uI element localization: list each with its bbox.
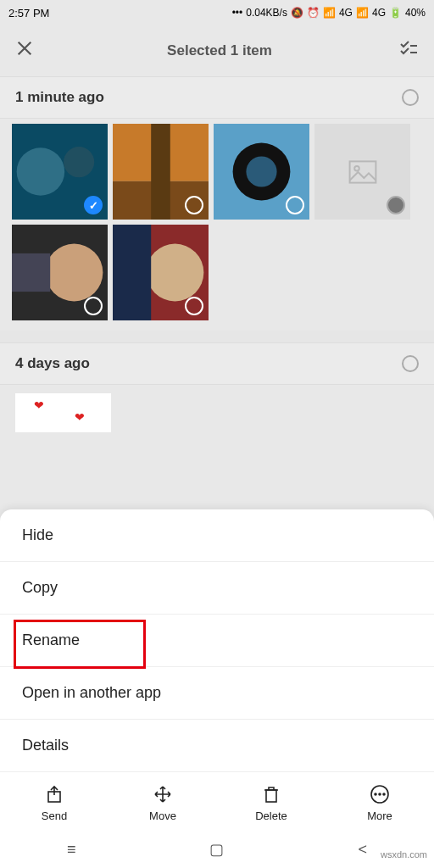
more-button[interactable]: More [350, 784, 409, 822]
more-icon [370, 784, 390, 804]
back-icon[interactable]: < [358, 841, 367, 859]
send-label: Send [42, 810, 67, 822]
menu-hide[interactable]: Hide [0, 509, 434, 562]
thumbnail-1[interactable] [12, 124, 108, 220]
signal-icon-2: 📶 [356, 7, 369, 19]
select-circle[interactable] [387, 196, 405, 214]
delete-button[interactable]: Delete [242, 784, 301, 822]
menu-details[interactable]: Details [0, 720, 434, 772]
more-label: More [367, 810, 392, 822]
thumbnail-7[interactable]: ❤ ❤ [15, 393, 111, 432]
delete-label: Delete [255, 810, 287, 822]
select-all-icon[interactable] [398, 39, 419, 63]
thumbnail-placeholder[interactable] [314, 124, 410, 220]
recent-apps-icon[interactable]: ≡ [67, 841, 76, 859]
action-sheet: Hide Copy Rename Open in another app Det… [0, 509, 434, 868]
battery-percent: 40% [405, 7, 426, 19]
select-circle[interactable] [84, 297, 103, 315]
selected-check-icon [84, 196, 103, 214]
move-button[interactable]: Move [133, 784, 192, 822]
move-label: Move [149, 810, 176, 822]
heart-icon: ❤ [34, 398, 44, 412]
close-icon[interactable] [15, 39, 41, 63]
status-right: ••• 0.04KB/s 🔕 ⏰ 📶 4G 📶 4G 🔋 40% [232, 7, 426, 19]
heart-icon: ❤ [75, 410, 85, 424]
svg-point-14 [46, 244, 103, 302]
ellipsis-icon: ••• [232, 7, 243, 19]
svg-rect-15 [12, 253, 50, 292]
menu-copy[interactable]: Copy [0, 562, 434, 615]
menu-open-in-app[interactable]: Open in another app [0, 667, 434, 720]
mute-icon: 🔕 [291, 7, 303, 19]
svg-rect-11 [349, 161, 376, 182]
section-header-1[interactable]: 1 minute ago [0, 76, 434, 119]
select-circle[interactable] [185, 297, 203, 315]
svg-point-17 [147, 244, 204, 302]
section-header-2[interactable]: 4 days ago [0, 342, 434, 385]
home-icon[interactable]: ▢ [209, 840, 224, 859]
section-title: 4 days ago [15, 355, 402, 372]
svg-point-24 [383, 793, 385, 795]
svg-point-3 [17, 147, 65, 196]
svg-rect-18 [113, 225, 151, 320]
bottom-action-bar: Send Move Delete More [0, 772, 434, 831]
svg-point-12 [354, 166, 359, 171]
section-gap [0, 331, 434, 342]
battery-icon: 🔋 [389, 7, 402, 19]
svg-point-4 [64, 147, 94, 177]
section-select-circle[interactable] [402, 89, 419, 106]
signal-icon-1: 📶 [323, 7, 336, 19]
status-time: 2:57 PM [8, 7, 232, 19]
svg-rect-20 [266, 790, 276, 802]
thumbnail-2[interactable] [113, 124, 209, 220]
status-bar: 2:57 PM ••• 0.04KB/s 🔕 ⏰ 📶 4G 📶 4G 🔋 40% [0, 0, 434, 25]
watermark: wsxdn.com [381, 849, 427, 860]
alarm-icon: ⏰ [307, 7, 320, 19]
svg-point-10 [246, 156, 276, 186]
select-circle[interactable] [185, 196, 203, 214]
thumbnail-grid [0, 119, 434, 331]
send-icon [44, 784, 64, 804]
selection-header: Selected 1 item [0, 25, 434, 76]
net-label-2: 4G [372, 7, 386, 19]
network-speed: 0.04KB/s [246, 7, 287, 19]
system-nav-bar: ≡ ▢ < [0, 831, 434, 868]
header-title: Selected 1 item [41, 42, 398, 59]
trash-icon [261, 784, 281, 804]
svg-point-23 [379, 793, 381, 795]
section-select-circle[interactable] [402, 355, 419, 372]
select-circle[interactable] [286, 196, 304, 214]
svg-point-22 [375, 793, 376, 795]
svg-rect-7 [151, 124, 170, 220]
thumbnail-5[interactable] [12, 225, 108, 320]
thumbnail-row-partial: ❤ ❤ [0, 385, 434, 432]
send-button[interactable]: Send [25, 784, 84, 822]
thumbnail-6[interactable] [113, 225, 209, 320]
section-title: 1 minute ago [15, 89, 402, 106]
thumbnail-3[interactable] [214, 124, 309, 220]
menu-rename[interactable]: Rename [0, 615, 434, 667]
net-label-1: 4G [339, 7, 353, 19]
move-icon [153, 784, 173, 804]
